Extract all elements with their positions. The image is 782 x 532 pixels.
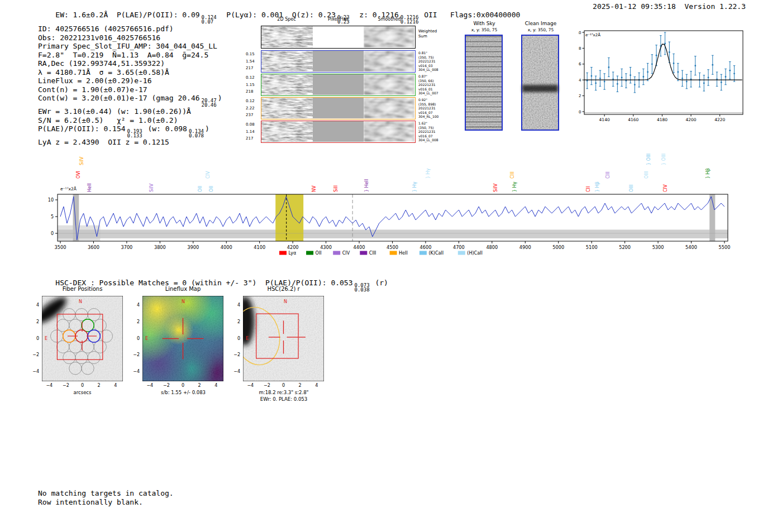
x-tick-label: 2 (194, 383, 205, 388)
col-title-pixelflat: Pixel Flat (312, 17, 364, 22)
withsky-title: With Sky (465, 21, 504, 26)
ra-dec: RA,Dec (192.993744,51.359322) (38, 59, 273, 68)
plae-w-text: (w: 0.098 (144, 124, 187, 133)
fiber-row-info: 0.92" (355, 898) 20221231 v016_07 304_RL… (418, 98, 444, 119)
y-tick-label: 2 (29, 319, 39, 324)
plae-unc1-lo: 0.133 (127, 133, 142, 138)
data-point (686, 81, 688, 83)
cutout-2dspec (261, 51, 313, 71)
summary-ew-plae: EW: 1.6±0.2Å P(LAE)/P(OII): 0.09 (55, 11, 199, 19)
plae-text: P(LAE)/P(OII): 0.154 (38, 124, 126, 133)
y-tick-label: −4 (230, 369, 240, 374)
legend-label: Lyα (289, 251, 297, 256)
x-tick-label: 5200 (619, 245, 631, 250)
legend-swatch (333, 251, 340, 255)
weighted-sum-strip (261, 26, 416, 49)
withsky-coords: x, y: 350, 75 (465, 27, 504, 32)
detection-info-block: ID: 4025766516 (4025766516.pdf) Obs: 202… (38, 25, 273, 147)
col-title-smoothed: Smoothed (363, 17, 416, 22)
y-tick-label: 2 (230, 319, 240, 324)
data-point (725, 76, 727, 78)
y-tick-label: −4 (130, 369, 140, 374)
gaussian-fit-line (584, 44, 742, 80)
data-point (677, 71, 679, 73)
emission-line-label: NV (312, 185, 317, 192)
plae-unc1: 0.1930.133 (127, 129, 142, 138)
data-point (608, 66, 609, 68)
x-tick-label: 4200 (287, 245, 299, 250)
lineflux-map-title: Lineflux Map (142, 286, 223, 292)
weighted-sum-label: Weighted Sum (418, 29, 444, 39)
hsc-caption-1: m:18.2 re:3.3" s:2.8" (236, 390, 331, 395)
spec2d-row (261, 74, 416, 96)
fiber-row-info: 0.87" (350, 66) 20221231 v016_01 304_LL_… (418, 74, 444, 95)
x-tick-label: −2 (60, 383, 71, 388)
x-tick-label: 3700 (121, 245, 132, 250)
with-sky-noise (466, 36, 502, 130)
spec2d-row (261, 97, 416, 119)
fiber-row-weights: 0.12 2.22 237 (246, 98, 259, 119)
redshift-candidates: LyA z = 2.4390 OII z = 0.1215 (38, 138, 273, 147)
x-tick-label: 0 (278, 383, 289, 388)
legend-swatch (390, 251, 397, 255)
lineflux-caption: s/b: 1.55 +/- 0.083 (136, 390, 231, 395)
y-tick-label: 4 (130, 303, 140, 308)
timestamp-version: 2025-01-12 09:35:18 Version 1.22.3 (593, 2, 746, 11)
compass-east: E (45, 336, 47, 341)
fiber-row-info: 1.62" (350, 75) 20221231 v016_07 304_LL_… (418, 121, 444, 142)
clean-title: Clean Image (521, 21, 560, 26)
data-point (621, 77, 623, 79)
legend-label: CIV (342, 251, 350, 256)
plae-uncertainty: 0.1240.07 (202, 15, 217, 24)
continuum-n: Cont(n) = 1.90(±0.07)e-17 (38, 85, 273, 94)
x-tick-label: 4500 (387, 245, 398, 250)
x-tick-label: 4180 (657, 117, 667, 122)
fiber-positions-title: Fiber Positions (42, 286, 123, 292)
legend-label: OII (316, 251, 322, 256)
cutout-pixelflat (313, 51, 364, 71)
lineflux-map-overlay: N E (142, 296, 223, 381)
data-point (656, 55, 657, 56)
x-tick-label: 4160 (628, 117, 638, 122)
data-point (721, 82, 722, 83)
y-tick-label: 0 (51, 231, 54, 236)
elixer-report-page: EW: 1.6±0.2Å P(LAE)/P(OII): 0.090.1240.0… (0, 0, 782, 532)
wavelength-sigma: λ = 4180.71Å σ = 3.65(±0.58)Å (38, 68, 273, 77)
data-point (617, 83, 618, 85)
line-fit-plot: 024681041404160418042004220e⁻¹⁷x2Å (578, 25, 757, 134)
footer-note-2: Row intentionally blank. (38, 498, 143, 506)
emission-line-label: OVI (76, 171, 81, 179)
detection-highlight-band (275, 194, 303, 241)
emission-line-label: CIII (510, 171, 515, 179)
x-tick-label: 4000 (221, 245, 232, 250)
plae-close: ) (205, 124, 209, 133)
data-point (694, 65, 696, 66)
cutout-smoothed (364, 121, 414, 142)
clean-image-noise (522, 36, 558, 130)
hsc-bg-noise (243, 296, 324, 381)
x-tick-label: 2 (93, 383, 104, 388)
compass-east: E (145, 336, 148, 341)
emission-line-label: } HeII (364, 179, 369, 192)
y-tick-label: −2 (230, 352, 240, 357)
fiber-positions-plot: N E (42, 296, 123, 381)
x-tick-label: −4 (44, 383, 55, 388)
x-tick-label: 4800 (486, 245, 498, 250)
continuum-w: Cont(w) = 3.20(±0.01)e-17 (gmag 20.4620.… (38, 94, 273, 107)
x-tick-label: 4900 (519, 245, 531, 250)
cutout-2dspec (261, 98, 313, 118)
x-tick-label: 0 (77, 383, 88, 388)
emission-line-label: SiII (333, 185, 338, 192)
clean-image-dark-band (522, 85, 558, 92)
x-tick-label: 3600 (88, 245, 99, 250)
fiber-row-info: 0.81" (350, 75) 20221231 v016_03 304_LL_… (418, 51, 444, 72)
x-tick-label: 5100 (586, 245, 598, 250)
hsc-caption-2: EWr: 0. PLAE: 0.053 (236, 396, 331, 402)
emission-line-label: } Hγ (426, 168, 431, 179)
x-tick-label: 4 (311, 383, 322, 388)
emission-line-label: OII (198, 186, 203, 192)
emission-line-label: CIV (663, 184, 668, 192)
cutout-pixelflat (313, 74, 364, 95)
legend-swatch (419, 251, 427, 255)
hsc-dex-band: (r) (371, 279, 388, 287)
